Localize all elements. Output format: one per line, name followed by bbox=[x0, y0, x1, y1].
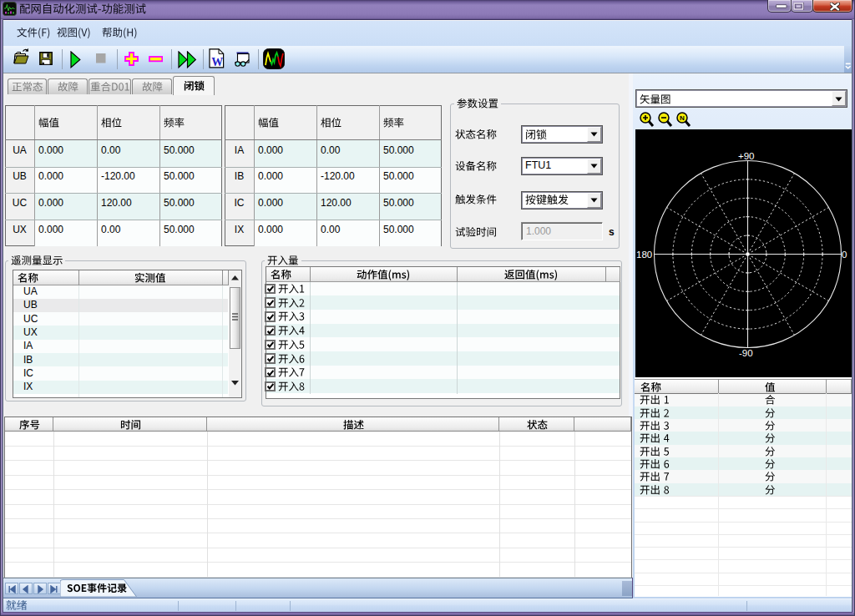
svg-text:W: W bbox=[211, 56, 223, 68]
svg-text:N: N bbox=[680, 114, 685, 122]
